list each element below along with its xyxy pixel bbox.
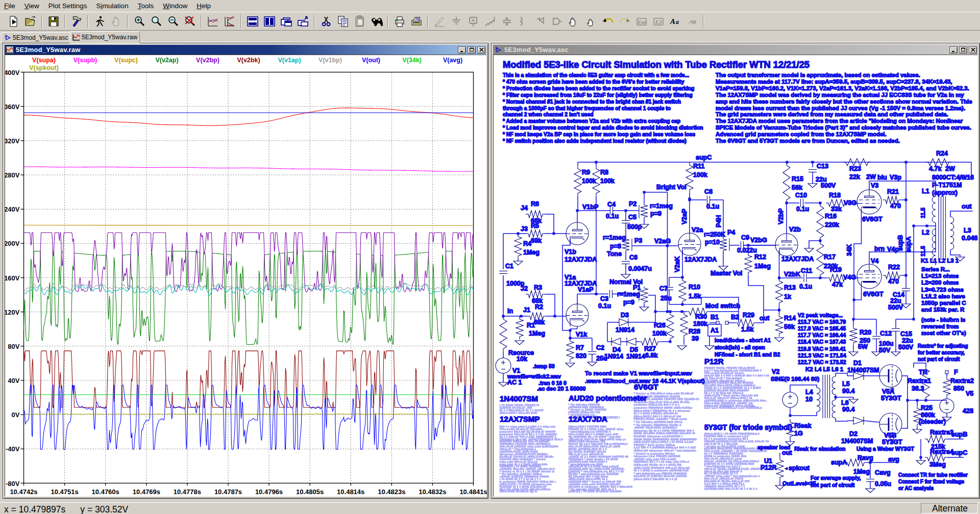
svg-text:PWRS(V( * Email queries IGEX=2: PWRS(V( * Email queries IGEX=2. xyxy=(634,444,676,446)
svg-text:0.1u: 0.1u xyxy=(706,203,719,210)
svg-text:PWRS(V( ;CATHODE-PLATE VCT=-0.: PWRS(V( ;CATHODE-PLATE VCT=-0.2011 CCG=3… xyxy=(704,441,769,443)
svg-text:FLOATING tubeparams 1,2,3FLOAT: FLOATING tubeparams 1,2,3FLOATING t xyxy=(634,435,683,438)
svg-text:Advanced grid parameters copie: Advanced grid parameters copied from the… xyxy=(716,131,887,137)
svg-text:47k: 47k xyxy=(832,281,843,288)
svg-text:The grid parameters were deriv: The grid parameters were derived from my… xyxy=(716,111,948,117)
svg-text:-80V: -80V xyxy=(6,480,20,487)
svg-text:5Y3GT: 5Y3GT xyxy=(881,395,901,402)
svg-text:0V: 0V xyxy=(12,411,20,419)
svg-text:6V6GT: 6V6GT xyxy=(863,291,884,298)
svg-text:Modified 5E3-like Circuit Simu: Modified 5E3-like Circuit Simulation wit… xyxy=(503,59,810,70)
svg-text:V1k: V1k xyxy=(576,331,587,338)
svg-text:* The following +PARAMS: IGEX=: * The following +PARAMS: IGEX=2. xyxy=(500,473,543,475)
svg-text:NF/load - short B1 and B2: NF/load - short B1 and B2 xyxy=(715,351,780,357)
svg-text:V3: V3 xyxy=(871,182,878,189)
svg-text:* www.dmitrynizh.com 1,2,3 P: * www.dmitrynizh.com 1,2,3 P xyxy=(704,466,741,468)
svg-text:VCT=-0.2011 THRESHOLD .SUBCKT: VCT=-0.2011 THRESHOLD .SUBCKT +PA xyxy=(704,402,753,404)
svg-text:(bleeder): (bleeder) xyxy=(919,418,946,425)
svg-text:FLOATING IGEX=2.826 IGC=-76.03: FLOATING IGEX=2.826 IGC=-76.03FLOAT xyxy=(500,441,550,443)
svg-text:R28: R28 xyxy=(689,328,700,335)
svg-text:B1: B1 xyxy=(710,314,719,321)
svg-text:0.1u: 0.1u xyxy=(598,302,611,310)
svg-text:820: 820 xyxy=(576,352,586,359)
svg-text:PWRS(V( C1 2 3 (CCG) 1,2,3 .SU: PWRS(V( C1 2 3 (CCG) 1,2,3 .SUBCKT tubep xyxy=(569,428,624,430)
svg-text:{LIMIT(V( KP=632.27 .SUB: {LIMIT(V( KP=632.27 .SUB xyxy=(500,407,532,409)
svg-text:500V: 500V xyxy=(888,304,903,311)
svg-text:0.022u: 0.022u xyxy=(737,247,757,254)
svg-text:K2 L4 L5 L6 1: K2 L4 L5 L6 1 xyxy=(805,366,844,372)
svg-text:B2: B2 xyxy=(731,314,739,321)
svg-text:; TO AVOID +MU=100.83 CCP=1.9: ; TO AVOID +MU=100.83 CCP=1.9 xyxy=(704,380,745,382)
svg-text:;GRID-PLATE * Email queries EX: ;GRID-PLATE * Email queries EX=1.023 RGI xyxy=(704,395,758,397)
svg-text:0.05u: 0.05u xyxy=(875,480,891,487)
svg-text:;CATHODE-GRID IGC=-76.03 G1 1: ;CATHODE-GRID IGC=-76.03 G1 1 3 G1 1 3 xyxy=(704,488,757,490)
svg-text:R9: R9 xyxy=(582,169,590,176)
svg-text:1N914: 1N914 xyxy=(616,326,634,333)
svg-text:.temp 50: .temp 50 xyxy=(533,363,555,369)
svg-text:1G: 1G xyxy=(794,430,803,437)
svg-text:CCG=3P K)} 1,2,3 RGI=2000 IGB=: CCG=3P K)} 1,2,3 RGI=2000 IGB=0.05731CCG… xyxy=(569,443,628,445)
svg-text:2W: 2W xyxy=(945,165,955,172)
svg-text:through a 1000pF so that highe: through a 1000pF so that higher frequenc… xyxy=(503,106,671,111)
svg-text:R25: R25 xyxy=(921,404,933,412)
svg-text:90.4: 90.4 xyxy=(842,406,854,413)
svg-text:12AX7SMP: 12AX7SMP xyxy=(500,415,540,423)
svg-text:(IGA=1.963E-7 EGC 8 0 CGP=1.4P: (IGA=1.963E-7 EGC 8 0 CGP=1.4P IGC xyxy=(634,416,681,418)
svg-text:parameters THRESHOLD NODES ;GR: parameters THRESHOLD NODES ;GRID-PLATEpa xyxy=(634,407,693,409)
svg-text:R19: R19 xyxy=(830,266,842,273)
svg-text:200V: 200V xyxy=(5,240,20,247)
svg-text:EGC 8 0 using paint 1,2,3EGC 8: EGC 8 0 using paint 1,2,3EGC 8 0 using p… xyxy=(500,426,556,428)
svg-text:* Filter caps increased from 1: * Filter caps increased from 16uF to 22u… xyxy=(503,92,693,98)
svg-text:40V: 40V xyxy=(8,377,19,384)
svg-text:R23: R23 xyxy=(849,165,861,172)
svg-text:R4: R4 xyxy=(523,240,531,247)
svg-text:+MU=100.83 C1 2 3 (CCG) using: +MU=100.83 C1 2 3 (CCG) using paint+M xyxy=(569,466,619,468)
svg-text:10.4787s: 10.4787s xyxy=(214,488,242,496)
svg-text:10.4778s: 10.4778s xyxy=(174,488,201,496)
svg-text:avg: avg xyxy=(888,456,899,463)
svg-text:6.8k: 6.8k xyxy=(645,352,657,359)
svg-text:117.0 VAC = 165.45: 117.0 VAC = 165.45 xyxy=(798,325,846,331)
svg-text:470: 470 xyxy=(890,202,901,210)
svg-text:R22: R22 xyxy=(888,264,900,271)
svg-text:For average supply,: For average supply, xyxy=(811,475,861,481)
svg-text:;GRID-PLATE ; TO AVOID tubepar: ;GRID-PLATE ; TO AVOID tubeparams para xyxy=(500,483,552,485)
svg-text:D4: D4 xyxy=(612,346,621,353)
svg-text:11.5: 11.5 xyxy=(920,208,926,218)
svg-text:G1 1 3 VCT=-0.2011 C1 2 3: G1 1 3 VCT=-0.2011 C1 2 3 xyxy=(704,473,738,475)
svg-text:V2a: V2a xyxy=(692,226,703,234)
svg-text:L2: L2 xyxy=(922,229,929,236)
svg-text:(IGA=1.963E-7 THRESHOLD G1 1 3: (IGA=1.963E-7 THRESHOLD G1 1 3 tubeparam xyxy=(634,410,690,412)
svg-text:This is a simulation of the cl: This is a simulation of the classic 5E3 … xyxy=(503,72,689,78)
svg-text:VALUE= * www.dmitrynizh.com FL: VALUE= * www.dmitrynizh.com FLOATING xyxy=(569,473,619,475)
svg-text:0.046: 0.046 xyxy=(962,235,977,242)
svg-text:10.4841s: 10.4841s xyxy=(459,488,487,496)
svg-text:r=1meg: r=1meg xyxy=(650,202,673,210)
svg-text:22u: 22u xyxy=(890,297,901,304)
svg-text:parameters IGEX=2.826 EGC 8 0: parameters IGEX=2.826 EGC 8 0 to p xyxy=(634,404,680,406)
svg-text:C4: C4 xyxy=(607,201,616,208)
svg-text:R8: R8 xyxy=(600,169,608,176)
svg-text:PWRS(V( IGEX=2.826 FLO: PWRS(V( IGEX=2.826 FLO xyxy=(569,412,600,414)
svg-text:* Created on KVB=4513.2 using: * Created on KVB=4513.2 using paint KP=6… xyxy=(634,393,694,395)
svg-text:Connect F for fixed voltage: Connect F for fixed voltage xyxy=(898,479,964,484)
svg-text:;CATHODE-GRID * Created on CCG: ;CATHODE-GRID * Created on CCG=3P KVB xyxy=(569,481,622,483)
svg-text:22u: 22u xyxy=(902,337,913,344)
svg-text:IGB=0.05731 KP=632.27 K)} to: IGB=0.05731 KP=632.27 K)} to xyxy=(500,491,537,493)
svg-text:Rleak: Rleak xyxy=(794,422,811,429)
svg-text:(IGA=1.963E-7 RGI=2000 C1 2 3: (IGA=1.963E-7 RGI=2000 C1 2 3 (C xyxy=(634,478,677,480)
svg-text:RGI=2000 IGB=0.05731 IGEX=2.82: RGI=2000 IGB=0.05731 IGEX=2.826RGI=2 xyxy=(704,384,755,387)
svg-text:P-T1751M: P-T1751M xyxy=(932,182,962,189)
svg-text:A: A xyxy=(670,17,675,25)
svg-text:p=9: p=9 xyxy=(623,299,634,306)
svg-text:J1: J1 xyxy=(523,306,530,314)
svg-text:* The following POSITIVE GRID: * The following POSITIVE GRID G1 1 3 xyxy=(569,489,617,491)
svg-text:spkout: spkout xyxy=(789,465,810,472)
svg-text:* NF mod keeps V2a BP cap in p: * NF mod keeps V2a BP cap in place for m… xyxy=(503,132,695,137)
svg-text:CCP=1.9P * www.dmitrynizh.c: CCP=1.9P * www.dmitrynizh.c xyxy=(500,448,536,450)
svg-text:1N914: 1N914 xyxy=(604,353,623,360)
svg-text:load/diodes - short A1: load/diodes - short A1 xyxy=(715,337,771,343)
svg-text:The 6V6GT and 5Y3GT models are: The 6V6GT and 5Y3GT models are from Dunc… xyxy=(716,138,900,144)
svg-text:320V: 320V xyxy=(5,137,20,145)
svg-text:parameters IGC=-76.03 RE 1 7 6: parameters IGC=-76.03 RE 1 7 6 1G +PARAM… xyxy=(500,433,557,435)
